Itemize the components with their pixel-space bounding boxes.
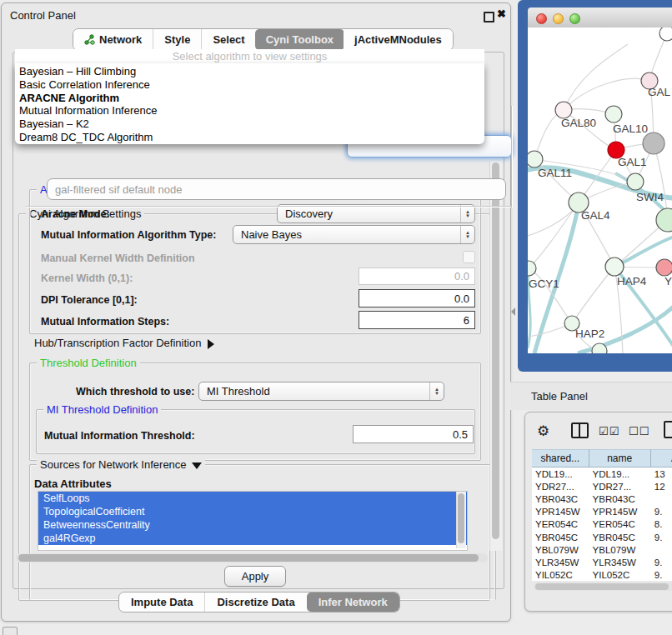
network-window-titlebar[interactable] [528, 8, 672, 28]
table-cell: 9. [651, 507, 672, 517]
which-threshold-combobox[interactable]: MI Threshold ▲▼ [198, 382, 444, 401]
stepper-arrows-icon: ▲▼ [460, 226, 474, 243]
network-canvas[interactable]: GALGAL80GAL10GAL1GAL11SWI4GAL4GCY1HAP4YH… [528, 28, 672, 353]
algorithm-option-basic-correlation-inference[interactable]: Basic Correlation Inference [15, 78, 484, 92]
table-cell: YBL079W [532, 545, 589, 555]
tab-cyni-toolbox[interactable]: Cyni Toolbox [255, 29, 344, 50]
table-horizontal-scrollbar[interactable] [534, 582, 672, 591]
mi-threshold-input[interactable] [353, 425, 474, 443]
mi-algorithm-type-combobox[interactable]: Naive Bayes ▲▼ [233, 225, 475, 244]
node-label-gal11: GAL11 [538, 167, 572, 179]
manual-kernel-width-checkbox[interactable] [463, 251, 475, 263]
algorithm-option-aracne-algorithm[interactable]: ARACNE Algorithm [15, 92, 484, 105]
attribute-item-gal4rgexp[interactable]: gal4RGexp [38, 532, 467, 545]
table-cell: 9. [651, 558, 672, 568]
select-all-checkboxes-icon[interactable]: ☑☑ [599, 425, 619, 438]
table-row[interactable]: YER054CYER054C8. [532, 518, 672, 531]
mac-close-icon[interactable] [536, 13, 547, 24]
table-row[interactable]: YPR145WYPR145W9. [532, 506, 672, 518]
apply-button[interactable]: Apply [224, 566, 286, 587]
panel-divider-collapse-arrow[interactable] [511, 308, 515, 316]
tab-style[interactable]: Style [153, 29, 201, 50]
node-label-gal10: GAL10 [613, 122, 648, 135]
hub-definition-toggle[interactable]: Hub/Transcription Factor Definition [34, 337, 214, 349]
table-panel-titlebar: Table Panel [510, 382, 672, 410]
table-cell: 8. [651, 519, 672, 529]
attribute-item-betweennesscentrality[interactable]: BetweennessCentrality [38, 518, 467, 532]
mac-zoom-icon[interactable] [569, 13, 580, 24]
kernel-width-input[interactable] [359, 268, 475, 285]
bottom-tab-impute-data[interactable]: Impute Data [119, 592, 204, 612]
document-icon[interactable] [664, 421, 672, 438]
node-gal80[interactable] [555, 102, 572, 118]
table-row[interactable]: YDR27...YDR27...12 [532, 480, 672, 492]
node-hap4[interactable] [605, 258, 624, 276]
table-cell: YDL19... [589, 469, 651, 479]
tab-jactivemnodules[interactable]: jActiveMNodules [344, 29, 453, 50]
mac-minimize-icon[interactable] [553, 13, 564, 24]
manual-kernel-width-label: Manual Kernel Width Definition [41, 252, 195, 264]
table-row[interactable]: YIL052CYIL052C9. [532, 569, 672, 582]
deselect-all-checkboxes-icon[interactable]: ☐☐ [629, 425, 649, 438]
algorithm-option-bayesian-k2[interactable]: Bayesian – K2 [15, 118, 484, 131]
screen: Control Panel ✖ NetworkStyleSelectCyni T… [0, 0, 672, 635]
network-edge [564, 78, 649, 110]
data-attributes-list[interactable]: SelfLoopsTopologicalCoefficientBetweenne… [38, 491, 468, 551]
table-cell: YER054C [589, 519, 651, 529]
table-cell: 12 [651, 482, 672, 492]
network-edge [572, 267, 614, 323]
vertical-scrollbar[interactable] [489, 161, 502, 551]
bottom-tab-infer-network[interactable]: Infer Network [307, 592, 399, 612]
mi-steps-input[interactable] [359, 311, 475, 329]
node-label-gcy1: GCY1 [529, 278, 559, 290]
dpi-tolerance-input[interactable] [359, 289, 475, 308]
tab-label: Select [213, 33, 244, 46]
node-gal10[interactable] [605, 106, 622, 122]
table-panel-window: ⚙ ☑☑ ☐☐ shared...nameA YDL19...YDL19...1… [524, 412, 672, 612]
attribute-item-selfloops[interactable]: SelfLoops [38, 492, 467, 505]
table-row[interactable]: YBR043CYBR043C [532, 492, 672, 505]
network-combobox[interactable]: gal-filtered sif default node [47, 178, 506, 200]
bottom-tab-discretize-data[interactable]: Discretize Data [204, 592, 306, 612]
float-window-icon[interactable] [484, 12, 494, 22]
separator-line [26, 206, 513, 208]
gear-icon[interactable]: ⚙ [537, 422, 549, 440]
algorithm-combobox[interactable]: Select algorithm to view settings [15, 49, 484, 63]
algorithm-option-mutual-information-inference[interactable]: Mutual Information Inference [15, 104, 484, 118]
tab-bar: NetworkStyleSelectCyni ToolboxjActiveMNo… [73, 28, 454, 51]
node-gcy1[interactable] [528, 261, 536, 276]
node-gal11[interactable] [528, 151, 543, 168]
which-threshold-label: Which threshold to use: [76, 386, 194, 398]
mi-algorithm-type-value: Naive Bayes [233, 228, 460, 241]
table-cell: YDR27... [589, 482, 651, 492]
node-label-hap4: HAP4 [617, 275, 647, 288]
node-partial-bottom[interactable] [592, 343, 607, 353]
attribute-item-topologicalcoefficient[interactable]: TopologicalCoefficient [38, 505, 467, 518]
tab-network[interactable]: Network [73, 29, 153, 50]
network-icon [84, 34, 95, 45]
algorithm-option-bayesian-hill-climbing[interactable]: Bayesian – Hill Climbing [15, 65, 484, 78]
bottom-tab-bar: Impute DataDiscretize DataInfer Network [118, 592, 400, 612]
column-header-shared[interactable]: shared... [532, 449, 589, 468]
table-row[interactable]: YDL19...YDL19...13 [532, 468, 672, 480]
table-cell: YLR345W [532, 558, 589, 568]
table-row[interactable]: YLR345WYLR345W9. [532, 556, 672, 568]
columns-icon[interactable] [571, 422, 589, 438]
table-row[interactable]: YBL079WYBL079W [532, 543, 672, 556]
horizontal-scrollbar[interactable] [16, 553, 488, 562]
algorithm-option-dream8-dc-tdc-algorithm[interactable]: Dream8 DC_TDC Algorithm [15, 131, 484, 144]
column-header-name[interactable]: name [589, 449, 651, 468]
node-partial-top[interactable] [659, 28, 672, 41]
column-header-a[interactable]: A [651, 449, 672, 468]
table-cell: YPR145W [532, 507, 589, 517]
node-gray[interactable] [643, 132, 664, 154]
node-label-gal1: GAL1 [618, 156, 647, 168]
node-gal1[interactable] [627, 173, 644, 190]
attributes-list-scrollbar[interactable] [456, 492, 466, 548]
close-icon[interactable]: ✖ [497, 8, 506, 20]
table-cell: YLR345W [589, 558, 651, 568]
table-row[interactable]: YBR045CYBR045C9. [532, 531, 672, 543]
node-salmon[interactable] [656, 259, 672, 276]
minimized-panel-button[interactable] [3, 627, 18, 635]
tab-select[interactable]: Select [201, 29, 255, 50]
